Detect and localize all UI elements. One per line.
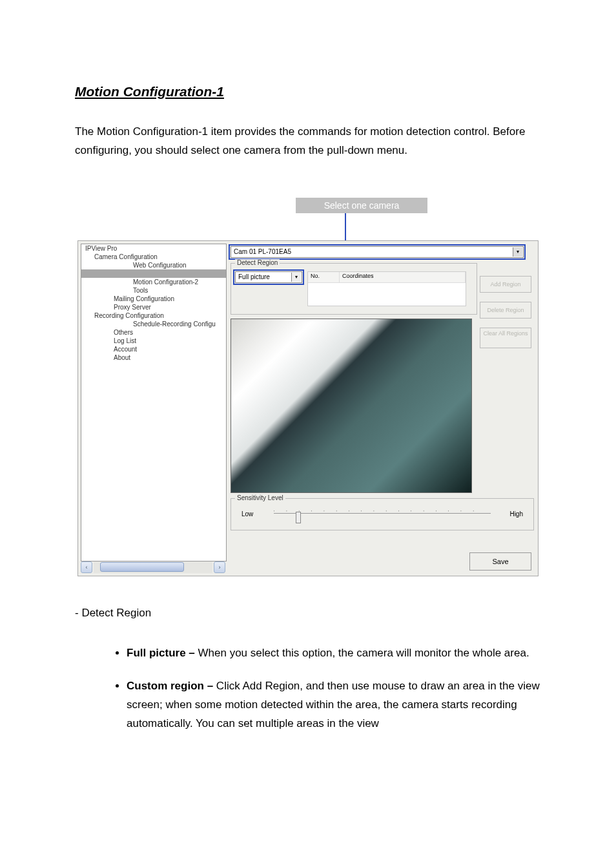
group-legend: Detect Region	[235, 259, 280, 266]
tree-item[interactable]: Schedule-Recording Configu	[81, 320, 226, 328]
tree-item[interactable]: Others	[81, 328, 226, 337]
sensitivity-slider[interactable]: ' ' ' ' ' ' ' ' ' ' ' ' ' ' ' ' ' ' ' ' …	[274, 513, 491, 518]
list-item: Full picture – When you select this opti…	[127, 644, 559, 663]
tree-navigation[interactable]: IPView Pro Camera Configuration Web Conf…	[81, 244, 227, 561]
tree-root[interactable]: IPView Pro	[81, 244, 226, 253]
tree-item[interactable]: Camera Configuration	[81, 253, 226, 261]
tree-scrollbar[interactable]: ‹ ›	[81, 561, 225, 573]
group-legend: Sensitivity Level	[235, 494, 285, 501]
scroll-left-icon[interactable]: ‹	[81, 561, 92, 573]
scroll-right-icon[interactable]: ›	[214, 561, 225, 573]
bullet-list: Full picture – When you select this opti…	[101, 644, 559, 748]
chevron-down-icon[interactable]: ▾	[291, 273, 301, 282]
clear-regions-button[interactable]: Clear All Regions	[480, 328, 531, 348]
column-header[interactable]: No.	[308, 272, 340, 282]
section-heading: Motion Configuration-1	[75, 84, 224, 100]
tree-item[interactable]: Proxy Server	[81, 303, 226, 311]
list-item: Custom region – Click Add Region, and th…	[127, 677, 559, 733]
add-region-button[interactable]: Add Region	[480, 276, 531, 293]
section-description: The Motion Configuration-1 item provides…	[75, 123, 533, 160]
column-header[interactable]: Coordinates	[340, 272, 466, 282]
scroll-thumb[interactable]	[100, 562, 184, 572]
region-buttons: Add Region Delete Region Clear All Regio…	[480, 276, 531, 357]
save-button[interactable]: Save	[469, 552, 531, 571]
camera-select-value: Cam 01 PL-701EA5	[234, 248, 291, 255]
region-mode-select[interactable]: Full picture ▾	[235, 271, 302, 283]
tree-item[interactable]: Motion Configuration-2	[81, 278, 226, 286]
sensitivity-group: Sensitivity Level Low High ' ' ' ' ' ' '…	[231, 498, 534, 530]
callout-label: Select one camera	[296, 198, 427, 213]
tree-item-selected[interactable]	[81, 269, 226, 278]
tree-item[interactable]: Account	[81, 345, 226, 353]
region-table: No. Coordinates	[307, 271, 466, 306]
detect-region-group: Detect Region Full picture ▾ No. Coordin…	[231, 263, 477, 315]
camera-select[interactable]: Cam 01 PL-701EA5 ▾	[231, 246, 524, 258]
ipview-window: IPView Pro Camera Configuration Web Conf…	[77, 240, 539, 576]
tree-item[interactable]: Web Configuration	[81, 261, 226, 269]
tree-item[interactable]: Mailing Configuration	[81, 295, 226, 303]
region-mode-value: Full picture	[238, 273, 270, 280]
sensitivity-low-label: Low	[241, 510, 253, 518]
tree-item[interactable]: Tools	[81, 286, 226, 295]
delete-region-button[interactable]: Delete Region	[480, 302, 531, 319]
body-text: - Detect Region	[75, 604, 533, 623]
tree-item[interactable]: Recording Configuration	[81, 311, 226, 320]
slider-thumb[interactable]	[296, 512, 301, 523]
chevron-down-icon[interactable]: ▾	[513, 247, 522, 257]
camera-preview[interactable]	[231, 319, 472, 493]
tree-item[interactable]: Log List	[81, 337, 226, 345]
slider-ticks: ' ' ' ' ' ' ' ' ' ' ' ' ' ' ' ' ' ' ' ' …	[274, 510, 491, 514]
tree-item[interactable]: About	[81, 353, 226, 362]
config-panel: Cam 01 PL-701EA5 ▾ Detect Region Full pi…	[228, 244, 535, 573]
sensitivity-high-label: High	[509, 510, 523, 518]
